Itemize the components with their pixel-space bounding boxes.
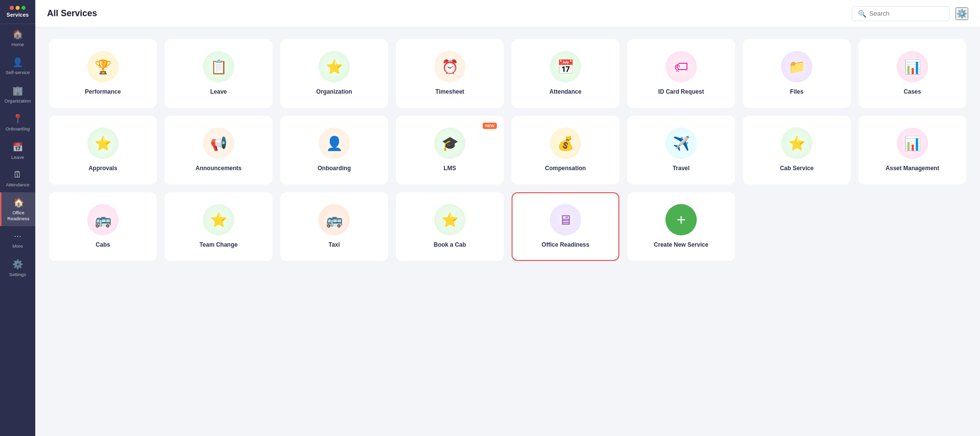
sidebar-item-office-readiness[interactable]: 🏠 Office Readiness [0,192,35,226]
sidebar-label-attendance: Attendance [6,182,29,187]
main-content: All Services 🔍 ⚙️ 🏆 Performance 📋 [35,0,980,436]
dot-green [22,6,25,10]
new-badge: NEW [483,123,497,129]
service-card-onboarding[interactable]: 👤 Onboarding [280,116,388,184]
office-readiness-service-label: Office Readiness [541,241,589,249]
settings-sidebar-icon: ⚙️ [12,259,23,270]
compensation-label: Compensation [545,165,586,173]
service-card-travel[interactable]: ✈️ Travel [627,116,735,184]
organization-icon-wrap: ⭐ [318,51,350,82]
sidebar-label-self-service: Self-service [5,70,30,75]
team-change-label: Team Change [199,241,238,249]
home-icon: 🏠 [12,29,23,40]
search-box[interactable]: 🔍 [852,6,950,21]
asset-management-label: Asset Management [885,165,939,173]
service-card-timesheet[interactable]: ⏰ Timesheet [396,39,504,108]
team-change-icon-wrap: ⭐ [203,204,234,235]
service-card-announcements[interactable]: 📢 Announcements [165,116,272,184]
sidebar: Services 🏠 Home 👤 Self-service 🏢 Organiz… [0,0,35,436]
service-card-leave[interactable]: 📋 Leave [165,39,272,108]
more-icon: ··· [14,231,21,241]
taxi-icon-wrap: 🚌 [318,204,350,235]
sidebar-item-organization[interactable]: 🏢 Organization [0,80,35,108]
sidebar-header: Services [0,0,35,24]
book-cab-icon-wrap: ⭐ [434,204,466,235]
compensation-icon-wrap: 💰 [550,128,581,159]
sidebar-item-attendance[interactable]: 🗓 Attendance [0,165,35,192]
services-content: 🏆 Performance 📋 Leave ⭐ Organization ⏰ [35,27,980,436]
cabs-label: Cabs [96,241,110,249]
traffic-lights [10,6,25,10]
service-card-office-readiness[interactable]: 🖥 Office Readiness [512,192,619,261]
services-grid: 🏆 Performance 📋 Leave ⭐ Organization ⏰ [49,39,966,261]
id-card-icon-wrap: 🏷 [665,51,697,82]
performance-icon-wrap: 🏆 [87,51,119,82]
performance-label: Performance [85,88,121,96]
cabs-icon-wrap: 🚌 [87,204,119,235]
sidebar-item-onboarding[interactable]: 📍 Onboarding [0,108,35,136]
onboarding-service-label: Onboarding [318,165,351,173]
files-label: Files [790,88,803,96]
timesheet-icon-wrap: ⏰ [434,51,466,82]
service-card-performance[interactable]: 🏆 Performance [49,39,157,108]
announcements-icon-wrap: 📢 [203,128,234,159]
self-service-icon: 👤 [12,57,23,68]
service-card-approvals[interactable]: ⭐ Approvals [49,116,157,184]
asset-management-icon-wrap: 📊 [897,128,928,159]
onboarding-service-icon-wrap: 👤 [318,128,350,159]
search-input[interactable] [869,10,943,17]
sidebar-label-home: Home [11,42,24,47]
star-org-icon: ⭐ [326,59,343,75]
travel-icon-wrap: ✈️ [665,128,697,159]
approvals-icon-wrap: ⭐ [87,128,119,159]
cases-label: Cases [904,88,921,96]
service-card-cases[interactable]: 📊 Cases [858,39,966,108]
timesheet-label: Timesheet [435,88,464,96]
bus-icon: 🚌 [95,212,112,228]
service-card-create-new[interactable]: + Create New Service [627,192,735,261]
header: All Services 🔍 ⚙️ [35,0,980,27]
settings-button[interactable]: ⚙️ [956,7,968,20]
office-readiness-icon: 🏠 [13,197,24,208]
service-card-book-a-cab[interactable]: ⭐ Book a Cab [396,192,504,261]
dot-red [10,6,14,10]
service-card-organization[interactable]: ⭐ Organization [280,39,388,108]
sidebar-label-settings: Settings [9,272,26,277]
lms-label: LMS [443,165,456,173]
service-card-compensation[interactable]: 💰 Compensation [512,116,619,184]
leave-icon: 📅 [12,142,23,153]
attendance-icon-wrap: 📅 [550,51,581,82]
service-card-team-change[interactable]: ⭐ Team Change [165,192,272,261]
sidebar-item-home[interactable]: 🏠 Home [0,24,35,52]
page-title: All Services [47,8,97,19]
sidebar-item-leave[interactable]: 📅 Leave [0,137,35,165]
service-card-attendance[interactable]: 📅 Attendance [512,39,619,108]
service-card-id-card-request[interactable]: 🏷 ID Card Request [627,39,735,108]
header-right: 🔍 ⚙️ [852,6,968,21]
service-card-lms[interactable]: NEW 🎓 LMS [396,116,504,184]
id-card-label: ID Card Request [658,88,704,96]
clock-icon: ⏰ [441,59,459,75]
tag-icon: 🏷 [674,59,688,75]
service-card-asset-management[interactable]: 📊 Asset Management [858,116,966,184]
files-icon-wrap: 📁 [781,51,812,82]
sidebar-label-office-readiness: Office Readiness [3,210,33,221]
sidebar-item-more[interactable]: ··· More [0,226,35,254]
service-card-taxi[interactable]: 🚌 Taxi [280,192,388,261]
service-card-cab-service[interactable]: ⭐ Cab Service [743,116,851,184]
organization-icon: 🏢 [12,85,23,96]
service-card-files[interactable]: 📁 Files [743,39,851,108]
sidebar-item-settings[interactable]: ⚙️ Settings [0,254,35,282]
sidebar-label-leave: Leave [11,154,24,160]
service-card-cabs[interactable]: 🚌 Cabs [49,192,157,261]
asset-icon: 📊 [904,135,921,152]
person-icon: 👤 [326,135,343,152]
cases-icon-wrap: 📊 [897,51,928,82]
organization-service-label: Organization [316,88,352,96]
create-new-icon: + [665,204,697,235]
taxi-label: Taxi [328,241,340,249]
sidebar-item-self-service[interactable]: 👤 Self-service [0,52,35,80]
star-book-icon: ⭐ [441,212,459,228]
leave-icon-wrap: 📋 [203,51,234,82]
announcements-label: Announcements [196,165,242,173]
